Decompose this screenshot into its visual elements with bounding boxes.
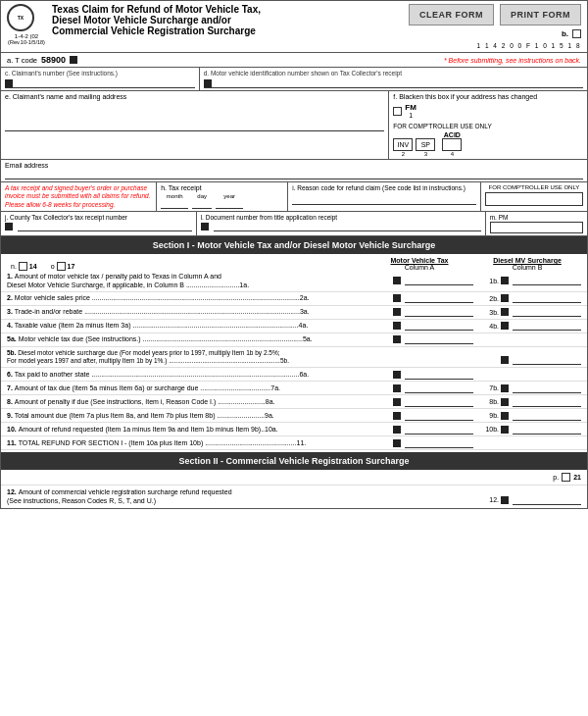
line3b-input[interactable] [513, 307, 581, 317]
line10b-sq [501, 426, 509, 434]
line2b-input[interactable] [513, 293, 581, 303]
month-field[interactable] [161, 199, 188, 209]
line3b-sq [501, 308, 509, 316]
line-10: 10. Amount of refund requested (Item 1a … [1, 423, 587, 436]
fm-section: f. Blacken this box if your address has … [389, 91, 587, 159]
fn-label: n. [11, 263, 17, 270]
line-4: 4. Taxable value (Item 2a minus Item 3a)… [1, 320, 587, 333]
line2a-input[interactable] [405, 293, 473, 303]
county-receipt-field: j. County Tax Collector's tax receipt nu… [1, 212, 197, 235]
line9a-input[interactable] [405, 411, 473, 421]
sp-box[interactable]: SP [416, 138, 435, 151]
receipt-red-section: A tax receipt and signed buyer's order o… [1, 182, 157, 211]
vin-field: d. Motor vehicle identification number s… [200, 68, 587, 90]
line-1: 1. Amount of motor vehicle tax / penalty… [1, 271, 587, 291]
p-num: 21 [573, 474, 581, 481]
logo-area: TX 1-4-2 (02 (Rev.10-1/5/18) [7, 4, 46, 45]
line7a-sq [393, 384, 401, 392]
line4a-input[interactable] [405, 321, 473, 331]
reason-code-input[interactable] [292, 191, 476, 205]
col-a-sub: Column A [366, 264, 473, 271]
line7b-input[interactable] [513, 384, 581, 393]
line-7: 7. Amount of tax due (Item 5a minus Item… [1, 382, 587, 395]
tcode-label: a. T code [7, 56, 37, 65]
b-field-label: b. [562, 29, 568, 38]
comp-use-box [485, 192, 583, 206]
line5b-sq [501, 356, 509, 364]
line-5a: 5a. Motor vehicle tax due (See instructi… [1, 333, 587, 347]
address-changed-checkbox[interactable] [393, 107, 402, 116]
col-a-label: Motor Vehicle Tax [366, 257, 473, 264]
c-square [5, 79, 13, 87]
section2-header: Section II - Commercial Vehicle Registra… [1, 452, 587, 470]
line8b-input[interactable] [513, 397, 581, 407]
col-b-label: Diesel MV Surcharge [473, 257, 581, 264]
line3a-input[interactable] [405, 307, 473, 317]
p-label: p. [553, 474, 559, 481]
line10a-sq [393, 426, 401, 434]
tcode-square [70, 56, 77, 64]
line-11: 11. TOTAL REFUND FOR SECTION I - (Item 1… [1, 436, 587, 450]
b-checkbox[interactable] [572, 29, 581, 38]
l-square [201, 223, 209, 230]
line9a-sq [393, 412, 401, 420]
line12-sq [501, 496, 509, 504]
d-square [204, 79, 212, 87]
line1b-input[interactable] [513, 276, 581, 285]
receipt-date-section: h. Tax receipt month day year [157, 182, 288, 211]
doc-number-field: l. Document number from title applicatio… [197, 212, 486, 235]
col-b-sub: Column B [473, 264, 581, 271]
line6a-sq [393, 371, 401, 379]
line5a-input[interactable] [405, 334, 473, 344]
year-field[interactable] [216, 199, 243, 209]
section1-header: Section I - Motor Vehicle Tax and/or Die… [1, 236, 587, 254]
fo-num: 17 [68, 263, 75, 270]
line1a-input[interactable] [405, 276, 473, 285]
line-6: 6. Tax paid to another state ...........… [1, 368, 587, 382]
line12-input[interactable] [513, 495, 581, 505]
line8b-sq [501, 398, 509, 406]
p-checkbox[interactable] [562, 473, 570, 482]
inv-box[interactable]: INV [393, 138, 413, 151]
pm-box[interactable] [490, 222, 583, 233]
fo-checkbox[interactable] [57, 262, 66, 271]
county-input[interactable] [18, 222, 192, 231]
line6a-input[interactable] [405, 370, 473, 380]
main-title: Texas Claim for Refund of Motor Vehicle … [52, 4, 409, 36]
line-9: 9. Total amount due (Item 7a plus Item 8… [1, 409, 587, 423]
warning-text: * Before submitting, see instructions on… [444, 57, 581, 64]
line3a-sq [393, 308, 401, 316]
reason-code-section: i. Reason code for refund claim (See cod… [288, 182, 481, 211]
j-square [5, 223, 13, 230]
line9b-input[interactable] [513, 411, 581, 421]
line-8: 8. Amount of penalty if due (See instruc… [1, 395, 587, 409]
line7a-input[interactable] [405, 384, 473, 393]
line7b-sq [501, 384, 509, 392]
claimant-number-field: c. Claimant's number (See instructions.) [1, 68, 200, 90]
print-form-button[interactable]: PRINT FORM [500, 4, 581, 26]
line4b-input[interactable] [513, 321, 581, 331]
line5a-sq [393, 335, 401, 343]
comp-use-only-section: FOR COMP'TROLLER USE ONLY [481, 182, 587, 211]
acid-box[interactable] [442, 138, 462, 151]
line10b-input[interactable] [513, 425, 581, 435]
form-rev: (Rev.10-1/5/18) [7, 39, 46, 45]
day-field[interactable] [192, 199, 212, 209]
line8a-sq [393, 398, 401, 406]
line-5b: 5b. Diesel motor vehicle surcharge due (… [1, 347, 587, 369]
clear-form-button[interactable]: CLEAR FORM [409, 4, 494, 26]
line11-input[interactable] [405, 438, 473, 448]
fn-num: 14 [29, 263, 37, 270]
line2a-sq [393, 294, 401, 302]
line4a-sq [393, 322, 401, 330]
line10a-input[interactable] [405, 425, 473, 435]
line1b-sq [501, 277, 509, 284]
state-seal: TX [7, 4, 34, 31]
form-number: 1 1 4 2 0 0 F 1 0 1 5 1 8 [476, 42, 581, 49]
line8a-input[interactable] [405, 397, 473, 407]
email-row: Email address [1, 160, 587, 182]
fn-checkbox[interactable] [19, 262, 27, 271]
doc-input[interactable] [214, 222, 481, 231]
line5b-input[interactable] [513, 355, 581, 365]
email-input[interactable] [5, 170, 583, 179]
